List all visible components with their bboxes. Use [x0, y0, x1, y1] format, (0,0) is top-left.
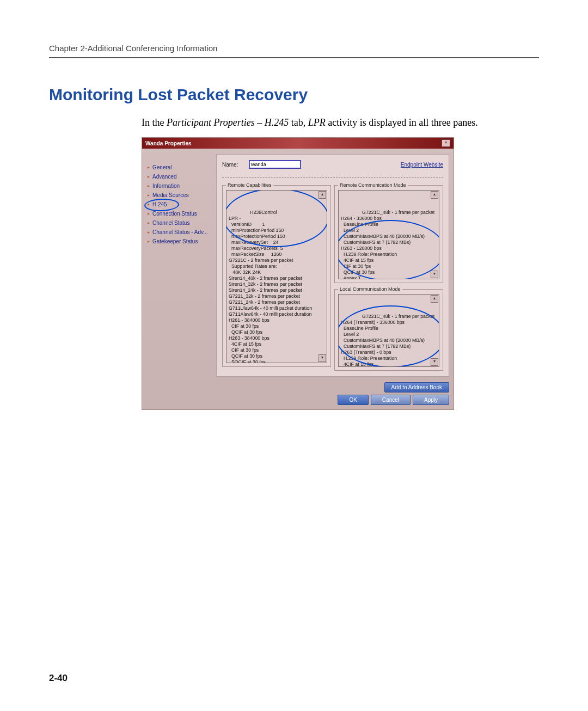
section-title: Monitoring Lost Packet Recovery	[49, 85, 539, 104]
remote-comm-text: G7221C_48k - 1 frame per packet H264 - 3…	[341, 210, 434, 279]
scroll-up-icon[interactable]: ▴	[431, 191, 438, 199]
scroll-down-icon[interactable]: ▾	[431, 271, 438, 278]
ok-button[interactable]: OK	[338, 395, 368, 405]
nav-general[interactable]: ▸General	[146, 163, 216, 172]
local-comm-text: G7221C_48k - 1 frame per packet H264 (Tr…	[341, 314, 434, 367]
nav-gatekeeper-status-label: Gatekeeper Status	[152, 238, 198, 244]
nav-media-sources-label: Media Sources	[152, 192, 189, 198]
name-label: Name:	[222, 162, 238, 168]
nav-channel-status-label: Channel Status	[152, 220, 189, 226]
remote-comm-mode-group: Remote Communication Mode ▴ ▾ G7221C_48k…	[334, 182, 443, 283]
close-icon[interactable]: ×	[442, 139, 450, 147]
nav-information[interactable]: ▸Information	[146, 181, 216, 191]
intro-suffix: activity is displayed in all three panes…	[326, 117, 478, 128]
local-comm-mode-legend: Local Communication Mode	[338, 286, 402, 292]
nav-advanced[interactable]: ▸Advanced	[146, 172, 216, 181]
header-rule	[49, 57, 539, 58]
remote-capabilities-legend: Remote Capabilities	[226, 182, 273, 188]
nav-gatekeeper-status[interactable]: ▸Gatekeeper Status	[146, 237, 216, 246]
chevron-right-icon: ▸	[148, 240, 150, 244]
endpoint-website-link[interactable]: Endpoint Website	[401, 162, 443, 168]
scroll-down-icon[interactable]: ▾	[431, 358, 438, 366]
nav-information-label: Information	[152, 183, 180, 189]
remote-capabilities-listbox[interactable]: ▴ ▾ H239Control LPR - versionID 1 minPro…	[226, 190, 327, 363]
remote-capabilities-text: H239Control LPR - versionID 1 minProtect…	[229, 210, 314, 363]
intro-prefix: In the	[142, 117, 167, 128]
dialog-content: Name: Endpoint Website Remote Capabiliti…	[216, 154, 449, 377]
name-field[interactable]	[249, 160, 301, 169]
nav-connection-status-label: Connection Status	[152, 211, 197, 217]
chevron-right-icon: ▸	[148, 184, 150, 188]
properties-dialog: Wanda Properties × ▸General ▸Advanced ▸I…	[142, 137, 454, 410]
chevron-right-icon: ▸	[148, 221, 150, 225]
local-comm-mode-group: Local Communication Mode ▴ ▾ G7221C_48k …	[334, 286, 443, 371]
chapter-header: Chapter 2-Additional Conferencing Inform…	[49, 44, 539, 53]
apply-button[interactable]: Apply	[413, 395, 449, 405]
remote-comm-mode-legend: Remote Communication Mode	[338, 182, 408, 188]
local-comm-listbox[interactable]: ▴ ▾ G7221C_48k - 1 frame per packet H264…	[338, 294, 439, 367]
intro-italic: Participant Properties – H.245	[167, 117, 289, 128]
nav-connection-status[interactable]: ▸Connection Status	[146, 209, 216, 218]
chevron-right-icon: ▸	[148, 203, 150, 207]
add-to-address-book-button[interactable]: Add to Address Book	[384, 382, 449, 393]
remote-capabilities-group: Remote Capabilities ▴ ▾ H239Control LPR …	[222, 182, 331, 367]
chevron-right-icon: ▸	[148, 193, 150, 198]
dialog-nav: ▸General ▸Advanced ▸Information ▸Media S…	[146, 154, 216, 377]
scroll-down-icon[interactable]: ▾	[318, 354, 326, 362]
nav-channel-status-adv[interactable]: ▸Channel Status - Adv...	[146, 228, 216, 237]
intro-italic2: LPR	[308, 117, 326, 128]
nav-media-sources[interactable]: ▸Media Sources	[146, 191, 216, 200]
intro-text: In the Participant Properties – H.245 ta…	[142, 116, 539, 130]
chevron-right-icon: ▸	[148, 230, 150, 235]
nav-h245[interactable]: ▸H.245	[146, 200, 216, 209]
scroll-up-icon[interactable]: ▴	[318, 191, 326, 199]
nav-channel-status[interactable]: ▸Channel Status	[146, 218, 216, 228]
chevron-right-icon: ▸	[148, 166, 150, 170]
nav-general-label: General	[152, 164, 172, 170]
nav-h245-label: H.245	[152, 201, 167, 207]
dialog-titlebar[interactable]: Wanda Properties ×	[142, 138, 454, 149]
scroll-up-icon[interactable]: ▴	[431, 295, 438, 303]
cancel-button[interactable]: Cancel	[371, 395, 411, 405]
chevron-right-icon: ▸	[148, 212, 150, 216]
separator	[222, 177, 443, 178]
intro-middle: tab,	[289, 117, 308, 128]
nav-advanced-label: Advanced	[152, 174, 176, 180]
chevron-right-icon: ▸	[148, 175, 150, 179]
page-number: 2-40	[49, 673, 68, 684]
dialog-title: Wanda Properties	[145, 140, 192, 146]
nav-channel-status-adv-label: Channel Status - Adv...	[152, 229, 208, 235]
remote-comm-listbox[interactable]: ▴ ▾ G7221C_48k - 1 frame per packet H264…	[338, 190, 439, 279]
